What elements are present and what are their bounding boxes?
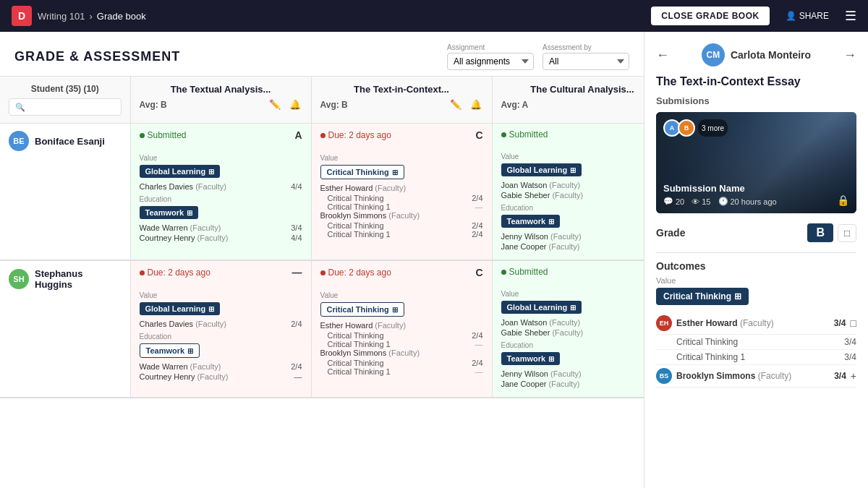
faculty-joan: Joan Watson (Faculty) — [501, 181, 644, 189]
faculty-score-2: 3/4 — [291, 223, 302, 232]
grade-letter-2-2: C — [475, 267, 482, 278]
bell-assignment-2-button[interactable]: 🔔 — [469, 98, 483, 111]
panel-comment-button-1[interactable]: □ — [851, 317, 856, 329]
grade-outcomes-2-3: Value Global Learning ⊞ Joan Watson (Fac… — [493, 283, 644, 397]
faculty-row: Charles Davies (Faculty) 4/4 — [140, 182, 302, 191]
left-panel: GRADE & ASSESSMENT Assignment All asignm… — [0, 32, 644, 488]
grid-icon-2: ⊞ — [187, 209, 192, 217]
student-cell-2: SH Stephanus Huggins — [0, 260, 130, 398]
submissions-label: Submisions — [656, 95, 856, 106]
next-student-button[interactable]: → — [843, 48, 856, 63]
grade-outcomes-1-1: Value Global Learning ⊞ Charles Davies (… — [131, 147, 311, 251]
table-row: SH Stephanus Huggins Due: 2 days ago — — [0, 260, 644, 398]
faculty-name-2: Wade Warren (Faculty) — [140, 223, 221, 232]
share-button[interactable]: 👤 SHARE — [778, 7, 836, 25]
panel-student-name: Carlota Monteiro — [731, 49, 811, 61]
edit-assignment-1-button[interactable]: ✏️ — [268, 98, 282, 111]
value-label: Value — [140, 154, 302, 162]
prev-student-button[interactable]: ← — [656, 48, 669, 63]
comments-meta: 💬 20 — [663, 197, 684, 206]
grade-cell-1-3[interactable]: Submitted Value Global Learning ⊞ Joan W… — [492, 124, 644, 261]
assignment-avg-3: Avg: A ✏️ — [501, 98, 644, 111]
status-badge: Submitted — [140, 130, 187, 140]
outcome-tag-2[interactable]: Teamwork ⊞ — [140, 206, 199, 219]
grade-cell-1-1[interactable]: Submitted A Value Global Learning ⊞ Ch — [130, 124, 311, 261]
sub-criterion-s2-4: Critical Thinking 1— — [320, 367, 483, 376]
outcome-tag-gl-s2-3[interactable]: Global Learning ⊞ — [501, 301, 582, 314]
faculty-esther: Esther Howard (Faculty) — [320, 184, 483, 192]
course-name[interactable]: Writing 101 — [38, 11, 85, 22]
due-dot — [320, 133, 326, 138]
outcome-tag-outline[interactable]: Critical Thinking ⊞ — [320, 165, 404, 179]
assessment-filter-select[interactable]: All — [542, 53, 629, 70]
outcome-tag-gl-3[interactable]: Global Learning ⊞ — [501, 163, 582, 176]
student-column-header: Student (35) (10) 🔍 — [0, 77, 130, 124]
student-name-1[interactable]: Boniface Esanji — [35, 136, 105, 147]
faculty-joan-name: Joan Watson (Faculty) — [501, 181, 581, 189]
grade-cell-2-3[interactable]: Submitted Value Global Learning ⊞ Joan W… — [492, 260, 644, 398]
grade-cell-2-1[interactable]: Due: 2 days ago — Value Global Learning … — [130, 260, 311, 398]
table-header-row: Student (35) (10) 🔍 The Textual Analysis… — [0, 77, 644, 124]
outcome-tag-gl-s2-label: Global Learning — [145, 304, 206, 313]
close-gradebook-button[interactable]: CLOSE GRADE BOOK — [651, 7, 769, 25]
table-row: BE Boniface Esanji Submitted A — [0, 124, 644, 261]
status-badge-due-s2-2: Due: 2 days ago — [320, 267, 391, 278]
app-logo: D — [12, 6, 32, 26]
grade-cell-1-2[interactable]: Due: 2 days ago C Value Critical Thinkin… — [311, 124, 492, 261]
grade-letter: A — [294, 129, 302, 141]
panel-score-row-1: 3/4 □ — [834, 317, 856, 329]
main-layout: GRADE & ASSESSMENT Assignment All asignm… — [0, 32, 868, 488]
faculty-name: Charles Davies (Faculty) — [140, 182, 226, 191]
outcome-tag-tw-s2[interactable]: Teamwork ⊞ — [140, 343, 200, 358]
search-input[interactable] — [28, 102, 115, 112]
assignment-filter-select[interactable]: All asignments — [447, 53, 534, 70]
assessment-filter-label: Assessment by — [542, 43, 629, 51]
eye-icon: 👁 — [692, 197, 699, 206]
outcome-tag-ct-s2[interactable]: Critical Thinking ⊞ — [320, 302, 404, 317]
assignment-avg-1: Avg: B ✏️ 🔔 — [140, 98, 302, 111]
outcome-tag-tw-3[interactable]: Teamwork ⊞ — [501, 215, 561, 228]
panel-faculty-avatar-2: BS — [656, 368, 672, 384]
student-search-box[interactable]: 🔍 — [9, 98, 122, 116]
more-badge: 3 more — [698, 119, 728, 137]
outcome-tag-outline-label: Critical Thinking — [327, 168, 389, 176]
grade-outcomes-2-2: Value Critical Thinking ⊞ Esther Howard … — [312, 284, 492, 383]
panel-faculty-info-2: BS Brooklyn Simmons (Faculty) — [656, 368, 791, 384]
edit-assignment-2-button[interactable]: ✏️ — [448, 98, 463, 111]
panel-add-button-2[interactable]: + — [851, 370, 856, 382]
panel-outcome-tag[interactable]: Critical Thinking ⊞ — [656, 288, 749, 305]
bell-assignment-1-button[interactable]: 🔔 — [288, 98, 302, 111]
grade-comment-button[interactable]: □ — [838, 224, 856, 242]
avatar: BE — [9, 131, 29, 151]
outcomes-value-label: Value — [656, 276, 856, 285]
outcome-tag-gl-s2[interactable]: Global Learning ⊞ — [140, 302, 221, 315]
outcome-tag-tw-s2-3[interactable]: Teamwork ⊞ — [501, 352, 561, 365]
grid-icon-4: ⊞ — [570, 166, 576, 174]
breadcrumb-sep: › — [90, 11, 93, 22]
panel-faculty-name-1: Esther Howard (Faculty) — [676, 318, 774, 328]
submission-card[interactable]: A B 3 more Submission Name 💬 20 👁 15 — [656, 112, 856, 213]
panel-assignment-title: The Text-in-Context Essay — [656, 75, 856, 88]
grade-value[interactable]: B — [807, 223, 833, 242]
breadcrumb: Writing 101 › Grade book — [38, 11, 146, 22]
student-info-2: SH Stephanus Huggins — [9, 268, 122, 290]
status-badge-sub-s2-3: Submitted — [501, 267, 548, 277]
faculty-wade-s2-name: Wade Warren (Faculty) — [140, 362, 221, 371]
person-icon: 👤 — [786, 11, 796, 21]
faculty-esther-s2: Esther Howard (Faculty) — [320, 321, 483, 330]
student-name-2[interactable]: Stephanus Huggins — [35, 268, 122, 290]
grade-status-2-3: Submitted — [493, 261, 644, 283]
outcome-tag[interactable]: Global Learning ⊞ — [140, 165, 221, 178]
grade-cell-2-2[interactable]: Due: 2 days ago C Value Critical Thinkin… — [311, 260, 492, 398]
menu-icon[interactable]: ☰ — [845, 8, 856, 24]
panel-sub-criterion-2: Critical Thinking 13/4 — [656, 350, 856, 365]
grade-box: B □ — [807, 223, 856, 242]
submission-meta: 💬 20 👁 15 🕐 20 hours ago — [663, 197, 849, 206]
faculty-gabie-s2: Gabie Sheber (Faculty) — [501, 328, 644, 337]
faculty-row-3: Courtney Henry (Faculty) 4/4 — [140, 234, 302, 242]
assignment-name-1: The Textual Analysis... — [140, 84, 302, 95]
top-navigation: D Writing 101 › Grade book CLOSE GRADE B… — [0, 0, 868, 32]
assignment-col-header-3: The Cultural Analysis... Avg: A ✏️ — [492, 77, 644, 124]
education-label-s2: Education — [140, 333, 302, 341]
outcome-tag-gl-3-label: Global Learning — [507, 166, 568, 174]
